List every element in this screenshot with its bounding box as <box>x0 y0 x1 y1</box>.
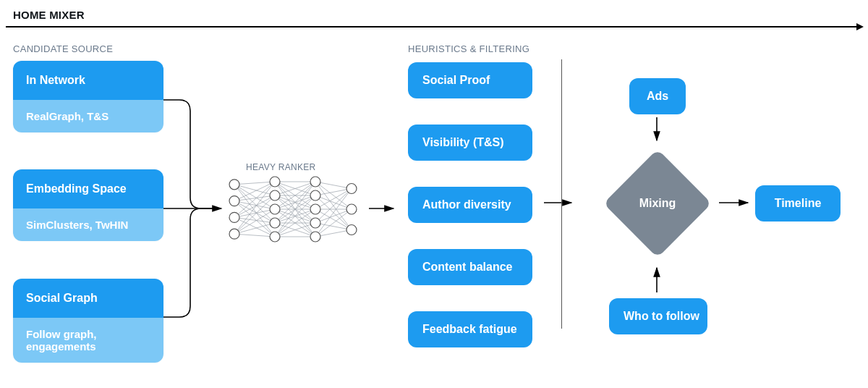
heuristic-pill: Visibility (T&S) <box>408 125 532 161</box>
svg-point-82 <box>346 225 357 235</box>
heuristic-pill: Social Proof <box>408 62 532 98</box>
svg-line-25 <box>234 234 275 237</box>
heuristic-pill: Feedback fatigue <box>408 311 532 347</box>
svg-line-23 <box>234 209 275 234</box>
heuristic-pill: Content balance <box>408 249 532 285</box>
svg-point-66 <box>229 180 239 190</box>
svg-point-78 <box>310 218 320 228</box>
mixing-label: Mixing <box>603 149 712 258</box>
svg-point-71 <box>270 190 280 201</box>
neural-net-icon <box>224 168 362 250</box>
svg-line-54 <box>315 189 352 196</box>
svg-line-51 <box>315 182 352 189</box>
svg-point-81 <box>346 204 357 214</box>
svg-line-6 <box>234 182 275 185</box>
svg-line-55 <box>315 195 352 209</box>
svg-line-61 <box>315 209 352 223</box>
svg-point-80 <box>346 184 357 194</box>
svg-line-8 <box>234 185 275 209</box>
heuristic-pill: Author diversity <box>408 187 532 223</box>
svg-point-72 <box>270 204 280 214</box>
svg-line-62 <box>315 223 352 230</box>
svg-point-73 <box>270 218 280 228</box>
svg-point-67 <box>229 196 239 206</box>
input-who-to-follow: Who to follow <box>609 298 707 334</box>
svg-point-75 <box>310 177 320 187</box>
svg-line-22 <box>234 195 275 234</box>
svg-line-65 <box>315 230 352 237</box>
svg-point-76 <box>310 190 320 201</box>
mixing-diamond: Mixing <box>603 149 712 258</box>
svg-point-77 <box>310 204 320 214</box>
diagram-stage: HOME MIXER CANDIDATE SOURCE HEAVY RANKER… <box>0 0 868 388</box>
output-timeline: Timeline <box>755 185 841 222</box>
svg-point-74 <box>270 232 280 242</box>
vertical-divider <box>561 59 562 329</box>
svg-line-60 <box>315 189 352 224</box>
svg-line-9 <box>234 185 275 223</box>
svg-point-69 <box>229 229 239 239</box>
svg-point-70 <box>270 177 280 187</box>
svg-point-79 <box>310 232 320 242</box>
input-ads: Ads <box>629 78 686 114</box>
svg-point-68 <box>229 212 239 222</box>
